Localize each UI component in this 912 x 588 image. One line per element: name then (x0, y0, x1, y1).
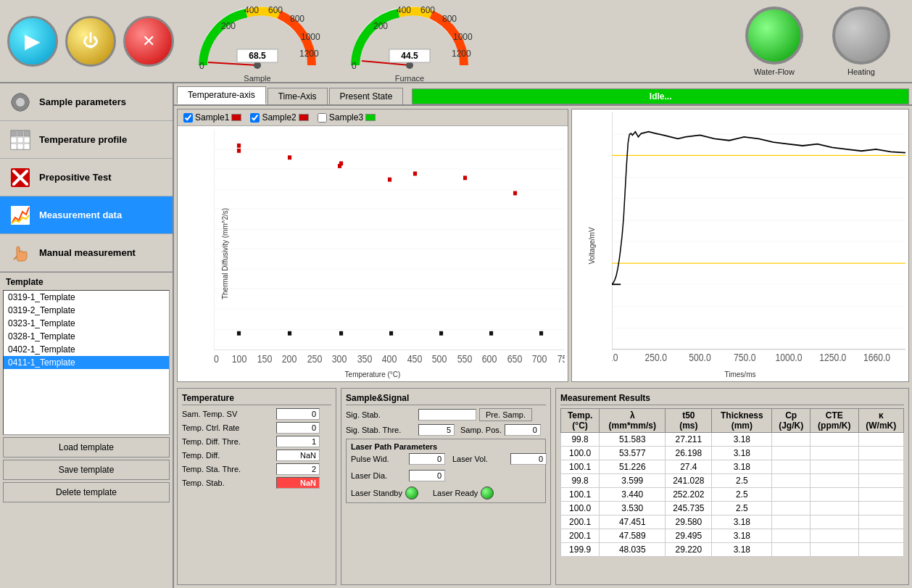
table-cell (810, 433, 858, 447)
data-point (237, 144, 241, 148)
temp-sta-thre-input[interactable] (276, 463, 320, 475)
laser-dia-row: Laser Dia. (351, 470, 445, 481)
laser-vol-input[interactable] (510, 453, 547, 465)
sample3-checkbox[interactable] (318, 113, 327, 123)
table-row: 99.83.599241.0282.5 (561, 474, 904, 488)
data-point (539, 331, 543, 336)
svg-line-7 (208, 62, 257, 65)
signal-curve (612, 132, 905, 285)
table-cell: 29.580 (666, 515, 712, 529)
water-flow-indicator: Water-Flow (745, 7, 803, 76)
sidebar-item-temperature-profile[interactable]: Temperature profile (0, 121, 173, 159)
table-row: 200.147.45129.5803.18 (561, 515, 904, 529)
sam-temp-sv-input[interactable] (276, 408, 320, 420)
table-cell (858, 502, 903, 515)
template-item-4[interactable]: 0328-1_Template (4, 330, 169, 343)
pulse-wid-input[interactable] (409, 453, 445, 465)
svg-text:750: 750 (557, 353, 565, 365)
load-template-button[interactable]: Load template (3, 437, 170, 457)
sample-gauge: 0 200 400 600 800 1000 1200 68.5 Sample (192, 0, 323, 83)
y-axis-label-right: Voltage/mV (588, 227, 596, 264)
svg-rect-27 (26, 101, 30, 104)
sig-stab-input[interactable] (418, 409, 476, 421)
svg-text:800: 800 (442, 14, 457, 24)
tab-present-state[interactable]: Present State (329, 88, 404, 104)
table-cell (772, 529, 811, 543)
sample2-checkbox[interactable] (250, 113, 260, 123)
table-cell: 3.18 (712, 460, 772, 474)
sample1-color-box (231, 114, 241, 121)
svg-text:400: 400 (244, 5, 259, 15)
sample2-checkbox-label[interactable]: Sample2 (250, 112, 308, 123)
table-cell (810, 515, 858, 529)
play-button[interactable]: ▶ (7, 16, 58, 67)
table-cell (772, 447, 811, 460)
data-point (339, 331, 343, 336)
tab-temperature-axis[interactable]: Temperature-axis (177, 86, 266, 104)
svg-text:200: 200 (221, 21, 236, 31)
delete-template-button[interactable]: Delete template (3, 482, 170, 502)
laser-ready-label: Laser Ready (433, 489, 478, 497)
sig-stab-thre-input[interactable] (418, 424, 455, 436)
template-item-2[interactable]: 0319-2_Template (4, 304, 169, 317)
svg-rect-29 (11, 131, 17, 136)
col-cp: Cp(Jg/K) (772, 409, 811, 433)
temp-stab-row: Temp. Stab. (182, 477, 331, 489)
laser-path-panel: Laser Path Parameters Pulse Wid. Laser V… (346, 439, 546, 503)
tab-time-axis[interactable]: Time-Axis (268, 88, 328, 104)
table-cell: 51.583 (600, 433, 666, 447)
table-cell: 3.440 (600, 488, 666, 502)
data-point (489, 331, 493, 336)
table-cell: 3.18 (712, 447, 772, 460)
temp-stab-input[interactable] (276, 477, 320, 489)
temp-diff-thre-label: Temp. Diff. Thre. (182, 437, 276, 446)
sample3-checkbox-label[interactable]: Sample3 (318, 112, 376, 123)
svg-text:44.5: 44.5 (401, 51, 418, 61)
table-cell (772, 474, 811, 488)
data-point (439, 331, 443, 336)
table-cell (810, 502, 858, 515)
stop-button[interactable]: ✕ (123, 16, 174, 67)
svg-rect-26 (11, 101, 14, 104)
table-cell: 29.220 (666, 543, 712, 557)
table-cell (810, 529, 858, 543)
heating-indicator: Heating (832, 7, 890, 76)
temp-sta-thre-row: Temp. Sta. Thre. (182, 463, 331, 475)
sidebar-item-manual-measurement[interactable]: Manual measurement (0, 234, 173, 272)
svg-rect-24 (19, 93, 22, 96)
results-scroll[interactable]: Temp.(°C) λ(mm*mm/s) t50(ms) Thickness(m… (560, 408, 904, 557)
save-template-button[interactable]: Save template (3, 460, 170, 480)
template-item-5[interactable]: 0402-1_Template (4, 343, 169, 356)
gear-icon (7, 89, 33, 115)
temp-ctrl-rate-row: Temp. Ctrl. Rate (182, 422, 331, 434)
sample1-checkbox-label[interactable]: Sample1 (183, 112, 241, 123)
svg-text:500.0: 500.0 (689, 352, 710, 363)
samp-pos-input[interactable] (505, 424, 541, 436)
temp-diff-thre-input[interactable] (276, 436, 320, 447)
template-item-3[interactable]: 0323-1_Template (4, 317, 169, 330)
laser-path-title: Laser Path Parameters (351, 442, 541, 451)
template-item-6[interactable]: 0411-1_Template (4, 356, 169, 369)
laser-dia-input[interactable] (409, 470, 445, 481)
header: ▶ ⏻ ✕ 0 200 400 600 800 1000 1200 68.5 (0, 0, 912, 83)
sidebar-item-sample-parameters[interactable]: Sample parameters (0, 83, 173, 121)
data-point (237, 149, 241, 153)
col-t50: t50(ms) (666, 409, 712, 433)
sidebar-item-prepositive-test[interactable]: Prepositive Test (0, 159, 173, 196)
sidebar-item-measurement-data[interactable]: Measurement data (0, 196, 173, 234)
temp-ctrl-rate-input[interactable] (276, 422, 320, 434)
table-cell: 2.5 (712, 474, 772, 488)
temp-diff-input[interactable] (276, 450, 320, 461)
y-axis-label: Thermal Diffusivity (mm^2/s) (221, 208, 229, 299)
pre-samp-button[interactable]: Pre. Samp. (479, 408, 532, 421)
svg-point-23 (16, 98, 25, 107)
table-cell: 2.5 (712, 502, 772, 515)
sample-gauge-label: Sample (244, 74, 270, 83)
sample1-checkbox[interactable] (183, 113, 193, 123)
template-list[interactable]: 0319-1_Template 0319-2_Template 0323-1_T… (3, 290, 170, 435)
laser-ready-row: Laser Ready (433, 486, 494, 500)
manual-measurement-label: Manual measurement (39, 247, 136, 258)
table-cell (772, 460, 811, 474)
power-button[interactable]: ⏻ (65, 16, 116, 67)
template-item-1[interactable]: 0319-1_Template (4, 291, 169, 304)
